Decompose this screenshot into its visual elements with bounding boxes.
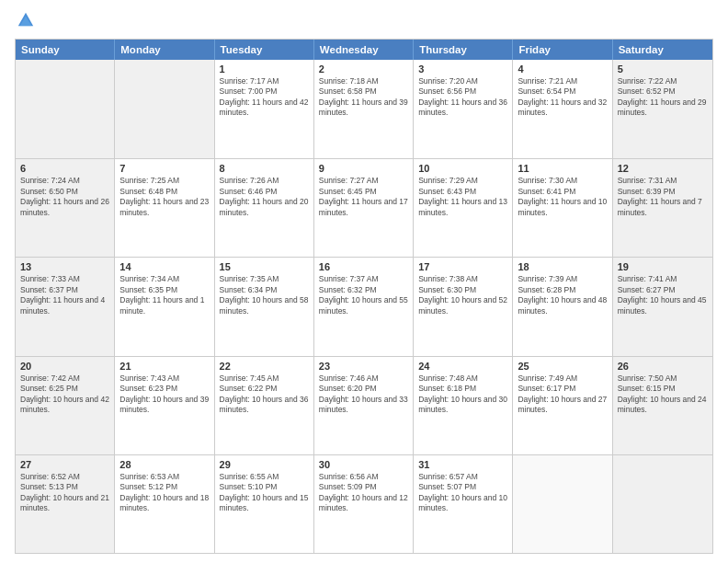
day-number: 11 bbox=[518, 163, 607, 174]
sunset-text: Sunset: 6:45 PM bbox=[319, 187, 408, 197]
day-number: 16 bbox=[319, 261, 408, 272]
sunrise-text: Sunrise: 7:26 AM bbox=[220, 176, 309, 186]
sunrise-text: Sunrise: 6:55 AM bbox=[220, 472, 309, 482]
day-number: 21 bbox=[119, 361, 209, 372]
cal-cell: 26Sunrise: 7:50 AMSunset: 6:15 PMDayligh… bbox=[613, 357, 712, 454]
sunset-text: Sunset: 5:09 PM bbox=[319, 482, 408, 492]
daylight-text: Daylight: 10 hours and 55 minutes. bbox=[319, 295, 408, 316]
day-number: 29 bbox=[220, 459, 309, 470]
cal-cell: 30Sunrise: 6:56 AMSunset: 5:09 PMDayligh… bbox=[314, 455, 414, 553]
cal-cell: 31Sunrise: 6:57 AMSunset: 5:07 PMDayligh… bbox=[414, 455, 513, 553]
day-number: 13 bbox=[20, 261, 109, 272]
sunset-text: Sunset: 6:56 PM bbox=[418, 86, 507, 97]
day-number: 4 bbox=[518, 63, 607, 75]
sunrise-text: Sunrise: 7:41 AM bbox=[618, 274, 708, 284]
sunrise-text: Sunrise: 7:22 AM bbox=[618, 76, 708, 86]
cal-cell: 12Sunrise: 7:31 AMSunset: 6:39 PMDayligh… bbox=[613, 159, 712, 257]
day-number: 24 bbox=[418, 361, 507, 372]
day-number: 19 bbox=[618, 261, 708, 272]
page: SundayMondayTuesdayWednesdayThursdayFrid… bbox=[0, 0, 728, 563]
header-day-thursday: Thursday bbox=[414, 40, 513, 60]
sunset-text: Sunset: 5:12 PM bbox=[119, 482, 209, 492]
cal-cell: 24Sunrise: 7:48 AMSunset: 6:18 PMDayligh… bbox=[414, 357, 513, 454]
sunrise-text: Sunrise: 7:30 AM bbox=[518, 176, 607, 186]
daylight-text: Daylight: 10 hours and 45 minutes. bbox=[618, 295, 708, 316]
day-number: 28 bbox=[119, 459, 209, 470]
header-day-friday: Friday bbox=[513, 40, 612, 60]
sunset-text: Sunset: 6:17 PM bbox=[518, 384, 607, 394]
sunrise-text: Sunrise: 7:27 AM bbox=[319, 176, 408, 186]
daylight-text: Daylight: 11 hours and 17 minutes. bbox=[319, 197, 408, 218]
daylight-text: Daylight: 10 hours and 36 minutes. bbox=[220, 395, 309, 416]
sunrise-text: Sunrise: 7:24 AM bbox=[20, 176, 109, 186]
sunrise-text: Sunrise: 6:56 AM bbox=[319, 472, 408, 482]
sunset-text: Sunset: 6:35 PM bbox=[119, 285, 209, 295]
cal-cell bbox=[613, 455, 712, 553]
day-number: 1 bbox=[220, 63, 309, 75]
cal-cell: 14Sunrise: 7:34 AMSunset: 6:35 PMDayligh… bbox=[115, 258, 214, 355]
day-number: 27 bbox=[20, 459, 109, 470]
cal-cell: 11Sunrise: 7:30 AMSunset: 6:41 PMDayligh… bbox=[513, 159, 612, 257]
cal-cell: 18Sunrise: 7:39 AMSunset: 6:28 PMDayligh… bbox=[513, 258, 612, 355]
day-number: 26 bbox=[618, 361, 708, 372]
cal-cell bbox=[513, 455, 612, 553]
sunrise-text: Sunrise: 7:25 AM bbox=[119, 176, 209, 186]
daylight-text: Daylight: 10 hours and 58 minutes. bbox=[220, 295, 309, 316]
sunrise-text: Sunrise: 6:57 AM bbox=[418, 472, 507, 482]
sunset-text: Sunset: 6:34 PM bbox=[220, 285, 309, 295]
sunrise-text: Sunrise: 7:42 AM bbox=[20, 373, 109, 384]
sunrise-text: Sunrise: 7:37 AM bbox=[319, 274, 408, 284]
sunrise-text: Sunrise: 7:38 AM bbox=[418, 274, 507, 284]
logo bbox=[15, 11, 37, 33]
cal-cell: 10Sunrise: 7:29 AMSunset: 6:43 PMDayligh… bbox=[414, 159, 513, 257]
daylight-text: Daylight: 11 hours and 39 minutes. bbox=[319, 98, 408, 119]
sunset-text: Sunset: 6:43 PM bbox=[418, 187, 507, 197]
header bbox=[15, 11, 713, 33]
cal-cell: 27Sunrise: 6:52 AMSunset: 5:13 PMDayligh… bbox=[16, 455, 115, 553]
cal-cell: 23Sunrise: 7:46 AMSunset: 6:20 PMDayligh… bbox=[314, 357, 414, 454]
calendar-header: SundayMondayTuesdayWednesdayThursdayFrid… bbox=[16, 40, 712, 60]
day-number: 6 bbox=[20, 163, 109, 174]
day-number: 22 bbox=[220, 361, 309, 372]
sunrise-text: Sunrise: 7:17 AM bbox=[220, 76, 309, 86]
daylight-text: Daylight: 11 hours and 36 minutes. bbox=[418, 98, 507, 119]
sunrise-text: Sunrise: 7:34 AM bbox=[119, 274, 209, 284]
daylight-text: Daylight: 10 hours and 24 minutes. bbox=[618, 395, 708, 416]
sunrise-text: Sunrise: 7:29 AM bbox=[418, 176, 507, 186]
day-number: 7 bbox=[119, 163, 209, 174]
daylight-text: Daylight: 11 hours and 29 minutes. bbox=[618, 98, 708, 119]
sunset-text: Sunset: 6:41 PM bbox=[518, 187, 607, 197]
daylight-text: Daylight: 11 hours and 20 minutes. bbox=[220, 197, 309, 218]
sunrise-text: Sunrise: 7:50 AM bbox=[618, 373, 708, 384]
sunset-text: Sunset: 5:13 PM bbox=[20, 482, 109, 492]
cal-cell bbox=[115, 60, 214, 158]
cal-cell: 22Sunrise: 7:45 AMSunset: 6:22 PMDayligh… bbox=[215, 357, 314, 454]
week-row-3: 20Sunrise: 7:42 AMSunset: 6:25 PMDayligh… bbox=[16, 356, 712, 454]
day-number: 9 bbox=[319, 163, 408, 174]
cal-cell: 16Sunrise: 7:37 AMSunset: 6:32 PMDayligh… bbox=[314, 258, 414, 355]
header-day-wednesday: Wednesday bbox=[314, 40, 414, 60]
cal-cell: 20Sunrise: 7:42 AMSunset: 6:25 PMDayligh… bbox=[16, 357, 115, 454]
sunset-text: Sunset: 6:54 PM bbox=[518, 86, 607, 97]
daylight-text: Daylight: 10 hours and 48 minutes. bbox=[518, 295, 607, 316]
daylight-text: Daylight: 11 hours and 42 minutes. bbox=[220, 98, 309, 119]
daylight-text: Daylight: 10 hours and 27 minutes. bbox=[518, 395, 607, 416]
sunset-text: Sunset: 6:52 PM bbox=[618, 86, 708, 97]
daylight-text: Daylight: 11 hours and 4 minutes. bbox=[20, 295, 109, 316]
day-number: 17 bbox=[418, 261, 507, 272]
sunset-text: Sunset: 6:27 PM bbox=[618, 285, 708, 295]
cal-cell: 21Sunrise: 7:43 AMSunset: 6:23 PMDayligh… bbox=[115, 357, 214, 454]
calendar: SundayMondayTuesdayWednesdayThursdayFrid… bbox=[15, 39, 713, 554]
sunset-text: Sunset: 6:18 PM bbox=[418, 384, 507, 394]
sunrise-text: Sunrise: 7:18 AM bbox=[319, 76, 408, 86]
cal-cell: 15Sunrise: 7:35 AMSunset: 6:34 PMDayligh… bbox=[215, 258, 314, 355]
cal-cell: 5Sunrise: 7:22 AMSunset: 6:52 PMDaylight… bbox=[613, 60, 712, 158]
sunset-text: Sunset: 6:58 PM bbox=[319, 86, 408, 97]
cal-cell: 8Sunrise: 7:26 AMSunset: 6:46 PMDaylight… bbox=[215, 159, 314, 257]
daylight-text: Daylight: 10 hours and 30 minutes. bbox=[418, 395, 507, 416]
sunset-text: Sunset: 6:20 PM bbox=[319, 384, 408, 394]
cal-cell bbox=[16, 60, 115, 158]
sunset-text: Sunset: 6:28 PM bbox=[518, 285, 607, 295]
header-day-tuesday: Tuesday bbox=[215, 40, 314, 60]
cal-cell: 9Sunrise: 7:27 AMSunset: 6:45 PMDaylight… bbox=[314, 159, 414, 257]
